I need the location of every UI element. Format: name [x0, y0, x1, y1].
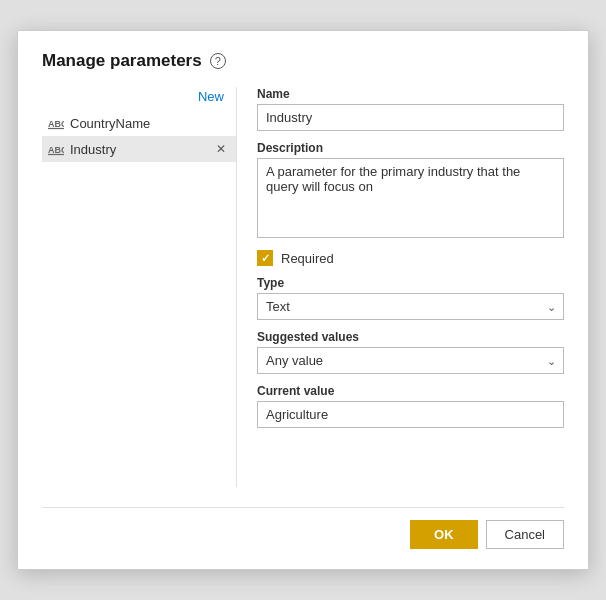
param-type-icon: ABC — [48, 115, 64, 131]
suggested-values-select[interactable]: Any value List of values Query — [257, 347, 564, 374]
description-input[interactable]: A parameter for the primary industry tha… — [257, 158, 564, 238]
help-icon[interactable]: ? — [210, 53, 226, 69]
type-field-group: Type Text Number Date Date/Time Duration… — [257, 276, 564, 320]
ok-button[interactable]: OK — [410, 520, 478, 549]
current-value-label: Current value — [257, 384, 564, 398]
param-list: ABC CountryName ABC Industry ✕ — [42, 110, 236, 162]
name-field-group: Name — [257, 87, 564, 131]
suggested-values-label: Suggested values — [257, 330, 564, 344]
required-label: Required — [281, 251, 334, 266]
description-label: Description — [257, 141, 564, 155]
new-button[interactable]: New — [194, 87, 228, 106]
suggested-values-field-group: Suggested values Any value List of value… — [257, 330, 564, 374]
current-value-field-group: Current value — [257, 384, 564, 428]
close-icon[interactable]: ✕ — [214, 142, 228, 156]
svg-text:ABC: ABC — [48, 119, 64, 129]
dialog-header: Manage parameters ? — [42, 51, 564, 71]
name-input[interactable] — [257, 104, 564, 131]
dialog-title: Manage parameters — [42, 51, 202, 71]
required-row: ✓ Required — [257, 250, 564, 266]
cancel-button[interactable]: Cancel — [486, 520, 564, 549]
manage-parameters-dialog: Manage parameters ? New ABC CountryName — [17, 30, 589, 570]
suggested-values-select-wrapper: Any value List of values Query ⌄ — [257, 347, 564, 374]
list-item[interactable]: ABC CountryName — [42, 110, 236, 136]
checkmark-icon: ✓ — [261, 252, 270, 265]
param-label: CountryName — [70, 116, 228, 131]
type-select[interactable]: Text Number Date Date/Time Duration Bina… — [257, 293, 564, 320]
description-field-group: Description A parameter for the primary … — [257, 141, 564, 238]
dialog-footer: OK Cancel — [42, 507, 564, 549]
param-type-icon: ABC — [48, 141, 64, 157]
dialog-body: New ABC CountryName ABC — [42, 87, 564, 487]
type-select-wrapper: Text Number Date Date/Time Duration Bina… — [257, 293, 564, 320]
type-label: Type — [257, 276, 564, 290]
required-checkbox[interactable]: ✓ — [257, 250, 273, 266]
svg-text:ABC: ABC — [48, 145, 64, 155]
right-panel: Name Description A parameter for the pri… — [237, 87, 564, 487]
name-label: Name — [257, 87, 564, 101]
param-label: Industry — [70, 142, 208, 157]
new-button-row: New — [42, 87, 236, 106]
current-value-input[interactable] — [257, 401, 564, 428]
left-panel: New ABC CountryName ABC — [42, 87, 237, 487]
list-item[interactable]: ABC Industry ✕ — [42, 136, 236, 162]
